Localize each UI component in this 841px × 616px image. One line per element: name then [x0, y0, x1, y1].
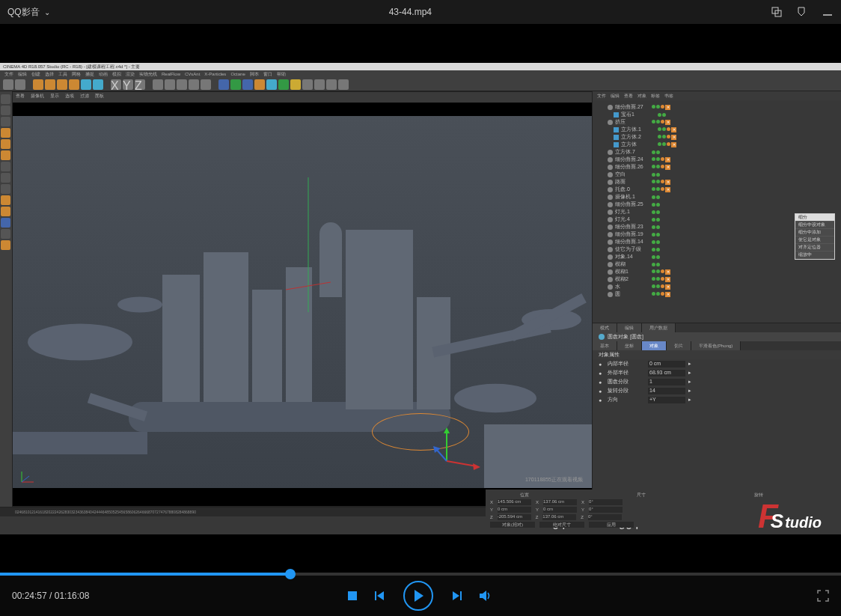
fullscreen-button[interactable] [817, 590, 829, 602]
object-row: 立方体.1 ✕ [597, 126, 837, 133]
progress-bar[interactable] [0, 573, 841, 576]
attribute-manager: 模式编辑用户数据 圆盘对象 [圆盘] 基本坐标对象切片平滑着色(Phong) 对… [593, 323, 841, 507]
c4d-app-frame: CINEMA 4D R18.057 Studio (RC - R18) - [建… [0, 63, 841, 534]
object-row: 托盘.0 ✕ [597, 186, 837, 193]
studio-logo: FStudio [758, 498, 828, 535]
axis-indicator-icon [19, 467, 37, 485]
svg-marker-16 [377, 591, 384, 600]
object-row: 细分曲面.27 ✕ [597, 103, 837, 111]
player-controls: 00:24:57 / 01:16:08 [0, 573, 841, 616]
viewport-scene: 170118855正在观看视频 [13, 103, 592, 506]
svg-rect-14 [348, 591, 357, 600]
c4d-left-toolbar [0, 91, 12, 507]
chevron-down-icon: ⌄ [44, 8, 50, 16]
c4d-toolbar: XYZ [0, 78, 841, 91]
svg-rect-15 [375, 591, 376, 600]
svg-line-13 [22, 476, 29, 482]
file-title: 43-44.mp4 [50, 7, 771, 17]
minimize-icon[interactable] [822, 6, 834, 18]
video-content[interactable]: CINEMA 4D R18.057 Studio (RC - R18) - [建… [0, 24, 841, 573]
object-row: 空白 [597, 171, 837, 178]
popup-header: 细分 [795, 214, 834, 222]
c4d-viewport: 查看摄像机显示选项过滤面板 [12, 91, 593, 507]
object-row: 模糊1 ✕ [597, 268, 837, 275]
object-row: 挤压 ✕ [597, 118, 837, 126]
svg-marker-18 [453, 591, 459, 600]
volume-button[interactable] [480, 590, 493, 602]
c4d-right-panel: 文件编辑查看对象标签书签 细分曲面.27 ✕ 宝石1 挤压 ✕ 立方体.1 ✕ … [593, 91, 841, 507]
object-manager: 文件编辑查看对象标签书签 细分曲面.27 ✕ 宝石1 挤压 ✕ 立方体.1 ✕ … [593, 91, 841, 323]
svg-line-7 [447, 461, 477, 466]
prev-button[interactable] [375, 591, 385, 601]
pin-icon[interactable] [796, 6, 808, 18]
titlebar: QQ影音 ⌄ 43-44.mp4 [0, 0, 841, 24]
compact-mode-icon[interactable] [771, 6, 783, 18]
object-row: 宝石1 [597, 111, 837, 118]
object-row: 细分曲面.24 ✕ [597, 156, 837, 163]
object-row: 圆 ✕ [597, 290, 837, 298]
object-row: 路面 ✕ [597, 178, 837, 186]
object-row: 水 ✕ [597, 283, 837, 290]
viewport-header: 查看摄像机显示选项过滤面板 [13, 92, 592, 103]
object-row: 模糊2 ✕ [597, 275, 837, 283]
object-row: 立方体 ✕ [597, 141, 837, 148]
context-popup: 细分 细分中设对象 细分中添加 使它是对象 对齐定位器 缩放中 [795, 213, 835, 260]
object-row: 摄像机.1 [597, 193, 837, 201]
object-row: 模糊 [597, 260, 837, 268]
next-button[interactable] [451, 591, 462, 601]
object-row: 细分曲面.25 [597, 201, 837, 208]
progress-fill [0, 573, 290, 576]
object-row: 立方体.7 [597, 148, 837, 156]
svg-marker-6 [444, 427, 450, 433]
stop-button[interactable] [348, 591, 357, 600]
svg-marker-20 [480, 591, 486, 601]
svg-rect-19 [460, 591, 462, 600]
app-menu[interactable]: QQ影音 ⌄ [7, 6, 50, 19]
watermark-text: 170118855正在观看视频 [525, 476, 583, 484]
play-button[interactable] [403, 581, 433, 611]
svg-marker-8 [473, 463, 480, 470]
progress-thumb[interactable] [285, 569, 296, 579]
c4d-title-bar: CINEMA 4D R18.057 Studio (RC - R18) - [建… [0, 63, 841, 70]
app-name: QQ影音 [7, 6, 40, 19]
c4d-menu-bar: 文件编辑创建选择工具网格捕捉动画模拟渲染实物光线RealFlowCVsAntX-… [0, 70, 841, 78]
svg-marker-10 [433, 446, 441, 453]
svg-marker-17 [415, 590, 423, 602]
object-row: 细分曲面.26 ✕ [597, 163, 837, 171]
move-gizmo-icon [432, 427, 462, 465]
time-display: 00:24:57 / 01:16:08 [12, 591, 89, 601]
object-row: 立方体.2 ✕ [597, 133, 837, 141]
